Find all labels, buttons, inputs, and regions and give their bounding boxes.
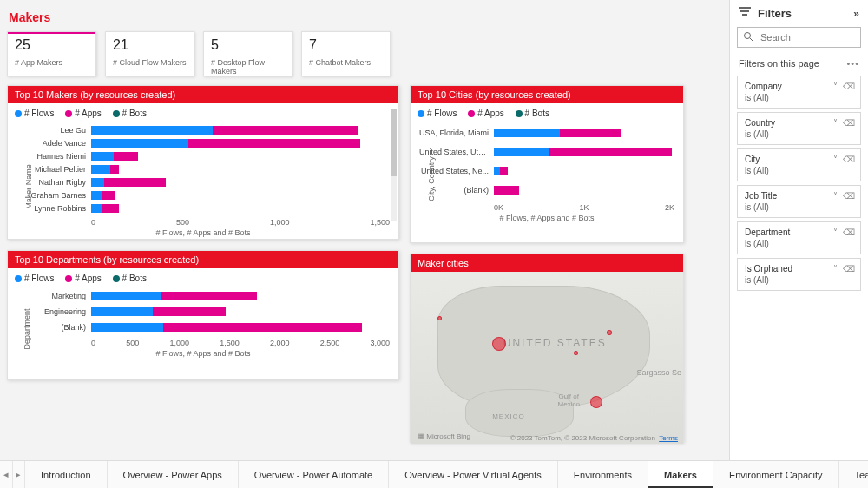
clear-filter-icon[interactable]: ⌫: [843, 155, 855, 164]
bar-label: United States, Uta...: [419, 148, 494, 156]
panel-header: Top 10 Makers (by resources created): [8, 86, 398, 103]
filters-title: Filters: [758, 7, 792, 20]
bar-segment[interactable]: [213, 126, 358, 135]
bar-segment[interactable]: [188, 139, 360, 148]
filter-section-title: Filters on this page: [739, 58, 819, 69]
kpi-label: # App Makers: [15, 58, 89, 67]
bar-row[interactable]: Nathan Rigby: [91, 175, 390, 188]
filter-card[interactable]: Is Orphaned is (All) ˅⌫: [737, 258, 861, 291]
bar-segment[interactable]: [91, 126, 213, 135]
filter-card[interactable]: City is (All) ˅⌫: [737, 148, 861, 181]
bar-segment[interactable]: [494, 186, 519, 195]
bar-segment[interactable]: [161, 292, 257, 300]
x-tick: 2,000: [270, 339, 290, 347]
page-title: Makers: [7, 7, 722, 31]
bar-row[interactable]: Adele Vance: [91, 136, 390, 149]
filter-card[interactable]: Department is (All) ˅⌫: [737, 221, 861, 254]
bar-row[interactable]: (Blank): [91, 320, 390, 335]
bar-row[interactable]: USA, Florida, Miami: [494, 123, 674, 142]
bar-row[interactable]: United States, Ne...: [494, 162, 674, 181]
page-tab[interactable]: Makers: [648, 461, 713, 488]
legend: # Flows # Apps # Bots: [411, 103, 683, 120]
bar-segment[interactable]: [494, 167, 500, 175]
chevron-down-icon[interactable]: ˅: [833, 264, 838, 274]
bar-segment[interactable]: [114, 152, 138, 161]
bar-row[interactable]: Lee Gu: [91, 123, 390, 136]
bar-segment[interactable]: [102, 204, 119, 213]
bar-segment[interactable]: [560, 129, 621, 137]
bar-row[interactable]: Engineering: [91, 304, 390, 320]
bar-row[interactable]: Hannes Niemi: [91, 149, 390, 162]
page-tab[interactable]: Overview - Power Automate: [239, 461, 389, 488]
chevron-down-icon[interactable]: ˅: [833, 155, 838, 164]
filter-card[interactable]: Job Title is (All) ˅⌫: [737, 185, 861, 218]
bar-segment[interactable]: [91, 204, 102, 213]
bar-segment[interactable]: [91, 152, 114, 161]
page-tab[interactable]: Overview - Power Apps: [108, 461, 239, 488]
kpi-card[interactable]: 7# Chatbot Makers: [301, 31, 391, 76]
page-tab[interactable]: Environments: [558, 461, 648, 488]
page-tab[interactable]: Teams Environments: [839, 461, 868, 488]
filters-search[interactable]: [737, 27, 861, 48]
search-input[interactable]: [759, 31, 868, 43]
filter-card[interactable]: Company is (All) ˅⌫: [737, 76, 861, 109]
x-tick: 500: [176, 218, 189, 227]
bar-segment[interactable]: [494, 148, 549, 156]
page-tab[interactable]: Introduction: [25, 461, 107, 488]
legend: # Flows # Apps # Bots: [8, 103, 398, 120]
bar-row[interactable]: (Blank): [494, 181, 674, 200]
bar-segment[interactable]: [549, 148, 671, 156]
bar-segment[interactable]: [91, 165, 110, 174]
bar-segment[interactable]: [91, 139, 188, 148]
bar-label: Hannes Niemi: [16, 152, 91, 161]
bar-segment[interactable]: [91, 292, 161, 300]
bar-segment[interactable]: [153, 307, 226, 316]
chevron-down-icon[interactable]: ˅: [833, 82, 838, 91]
x-axis-label: # Flows, # Apps and # Bots: [16, 349, 390, 358]
bar-segment[interactable]: [494, 129, 560, 137]
x-tick: 0: [91, 339, 95, 347]
clear-filter-icon[interactable]: ⌫: [843, 228, 855, 237]
bar-row[interactable]: Marketing: [91, 288, 390, 304]
svg-point-0: [745, 33, 751, 39]
bar-segment[interactable]: [91, 191, 102, 200]
clear-filter-icon[interactable]: ⌫: [843, 191, 855, 201]
bar-row[interactable]: United States, Uta...: [494, 142, 674, 162]
scrollbar[interactable]: [391, 109, 397, 221]
chevron-down-icon[interactable]: ˅: [833, 118, 838, 128]
bar-segment[interactable]: [163, 323, 362, 332]
tabs-prev-button[interactable]: ◂: [0, 461, 13, 488]
more-icon[interactable]: •••: [846, 58, 859, 69]
kpi-value: 7: [309, 37, 383, 53]
kpi-card[interactable]: 21# Cloud Flow Makers: [105, 31, 194, 76]
page-tab[interactable]: Environment Capacity: [713, 461, 839, 488]
page-tab[interactable]: Overview - Power Virtual Agents: [389, 461, 558, 488]
bar-segment[interactable]: [102, 191, 115, 200]
clear-filter-icon[interactable]: ⌫: [843, 82, 855, 91]
x-axis-label: # Flows, # Apps and # Bots: [16, 228, 390, 237]
bar-segment[interactable]: [91, 323, 163, 332]
bar-segment[interactable]: [91, 307, 153, 316]
kpi-card[interactable]: 5# Desktop Flow Makers: [203, 31, 293, 76]
tabs-next-button[interactable]: ▸: [13, 461, 26, 488]
bar-segment[interactable]: [91, 178, 104, 187]
bar-row[interactable]: Graham Barnes: [91, 188, 390, 201]
bar-segment[interactable]: [500, 167, 507, 175]
map[interactable]: UNITED STATES Sargasso Se Gulf of Mexico…: [411, 272, 683, 444]
bar-segment[interactable]: [104, 178, 166, 187]
filter-card[interactable]: Country is (All) ˅⌫: [737, 112, 861, 145]
chevron-down-icon[interactable]: ˅: [833, 191, 838, 201]
map-gulf-label: Gulf of Mexico: [558, 392, 580, 408]
chevron-down-icon[interactable]: ˅: [833, 228, 838, 237]
bar-row[interactable]: Michael Peltier: [91, 162, 390, 175]
kpi-label: # Desktop Flow Makers: [211, 58, 285, 76]
clear-filter-icon[interactable]: ⌫: [843, 118, 855, 128]
collapse-filters-button[interactable]: »: [853, 8, 859, 20]
map-terms-link[interactable]: Terms: [659, 434, 678, 442]
bar-row[interactable]: Lynne Robbins: [91, 201, 390, 214]
clear-filter-icon[interactable]: ⌫: [843, 264, 855, 274]
y-axis-label: Maker Name: [24, 164, 33, 209]
kpi-card[interactable]: 25# App Makers: [7, 31, 96, 76]
map-point[interactable]: [590, 396, 602, 408]
bar-segment[interactable]: [110, 165, 120, 174]
